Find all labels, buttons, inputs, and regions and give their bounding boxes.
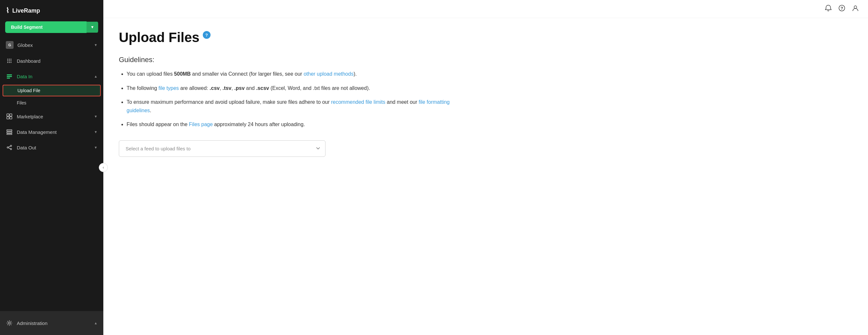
sidebar-item-marketplace[interactable]: Marketplace ▼ <box>0 109 103 124</box>
svg-point-21 <box>10 148 11 150</box>
globex-avatar: G <box>6 41 13 49</box>
help-icon[interactable]: ? <box>838 4 845 13</box>
svg-text:?: ? <box>841 6 843 11</box>
svg-line-22 <box>8 146 10 147</box>
svg-point-19 <box>7 147 8 148</box>
logo-icon: ⌇ <box>6 6 9 15</box>
sidebar-item-dashboard[interactable]: Dashboard <box>0 53 103 68</box>
sidebar-item-data-in-label: Data In <box>17 74 90 79</box>
sidebar-item-data-out-label: Data Out <box>17 145 90 150</box>
svg-point-24 <box>8 322 10 324</box>
svg-point-2 <box>11 59 11 60</box>
svg-point-7 <box>9 62 10 63</box>
guideline-types-bold-scsv: .scsv <box>256 85 269 91</box>
svg-point-0 <box>7 59 8 60</box>
guideline-types-bold-tsv: .tsv <box>222 85 231 91</box>
sidebar-item-globex[interactable]: G Globex ▼ <box>0 37 103 53</box>
guideline-types-bold-csv: .csv <box>210 85 220 91</box>
feed-select-container: Select a feed to upload files to <box>119 140 475 157</box>
svg-rect-9 <box>7 74 12 75</box>
user-icon[interactable] <box>852 4 859 13</box>
sidebar-item-marketplace-label: Marketplace <box>17 114 90 119</box>
guideline-types-link[interactable]: file types <box>159 85 179 91</box>
svg-point-20 <box>10 145 11 146</box>
feed-select[interactable]: Select a feed to upload files to <box>119 140 326 157</box>
guideline-size-link[interactable]: other upload methods <box>304 71 353 77</box>
data-management-icon <box>6 129 13 136</box>
svg-point-5 <box>11 60 11 61</box>
guidelines-list: You can upload files 500MB and smaller v… <box>119 70 475 129</box>
sidebar-header: ⌇ LiveRamp <box>0 0 103 21</box>
sidebar-footer: Administration ▲ <box>0 311 103 335</box>
marketplace-icon <box>6 113 13 120</box>
data-out-caret-icon: ▼ <box>94 145 97 149</box>
guideline-appear: Files should appear on the Files page ap… <box>127 120 475 129</box>
guideline-formatting-link[interactable]: file formatting guidelines <box>127 99 450 113</box>
svg-rect-11 <box>7 78 10 79</box>
sidebar-item-files-label: Files <box>17 100 27 105</box>
guideline-types: The following file types are allowed: .c… <box>127 84 475 92</box>
guideline-types-bold-psv: .psv <box>235 85 245 91</box>
sidebar-item-data-management-label: Data Management <box>17 129 90 135</box>
svg-rect-16 <box>7 130 12 131</box>
globex-caret-icon: ▼ <box>94 43 97 47</box>
sidebar-item-upload-file[interactable]: Upload File <box>3 85 101 96</box>
sidebar-item-administration[interactable]: Administration ▲ <box>6 316 97 330</box>
data-out-icon <box>6 144 13 151</box>
sidebar-item-data-in[interactable]: Data In ▲ <box>0 68 103 84</box>
sidebar-item-administration-label: Administration <box>17 320 90 326</box>
guideline-size: You can upload files 500MB and smaller v… <box>127 70 475 78</box>
marketplace-caret-icon: ▼ <box>94 114 97 118</box>
page-title: Upload Files <box>119 30 199 45</box>
administration-caret-icon: ▲ <box>94 321 97 325</box>
build-segment-dropdown-button[interactable]: ▼ <box>87 22 98 33</box>
build-segment-button-group: Build Segment ▼ <box>5 21 98 33</box>
data-in-caret-icon: ▲ <box>94 74 97 78</box>
sidebar-nav: G Globex ▼ Dashboard <box>0 37 103 311</box>
svg-point-1 <box>9 59 10 60</box>
svg-point-6 <box>7 62 8 63</box>
page-content: Upload Files ? Guidelines: You can uploa… <box>103 18 491 168</box>
data-in-icon <box>6 73 13 80</box>
sidebar-item-dashboard-label: Dashboard <box>17 58 97 64</box>
guideline-files-page-link[interactable]: Files page <box>189 121 213 127</box>
sidebar: ⌇ LiveRamp Build Segment ▼ G Globex ▼ <box>0 0 103 335</box>
dashboard-icon <box>6 57 13 64</box>
notifications-icon[interactable] <box>825 4 832 13</box>
sidebar-item-upload-file-label: Upload File <box>18 88 40 93</box>
svg-rect-17 <box>7 132 12 133</box>
data-management-caret-icon: ▼ <box>94 130 97 134</box>
guideline-recommended-limits-link[interactable]: recommended file limits <box>331 99 385 105</box>
svg-rect-18 <box>7 134 12 135</box>
page-title-row: Upload Files ? <box>119 30 475 45</box>
guideline-performance: To ensure maximum performance and avoid … <box>127 98 475 114</box>
svg-rect-10 <box>7 76 12 77</box>
guideline-size-bold: 500MB <box>174 71 191 77</box>
top-bar: ? <box>103 0 868 18</box>
sidebar-collapse-button[interactable]: ‹ <box>99 163 108 172</box>
svg-line-23 <box>8 148 10 149</box>
svg-rect-15 <box>10 117 12 119</box>
svg-point-27 <box>854 6 857 8</box>
svg-rect-14 <box>7 117 9 119</box>
svg-point-8 <box>11 62 11 63</box>
logo-text: LiveRamp <box>12 7 40 14</box>
page-help-badge[interactable]: ? <box>203 31 211 39</box>
sidebar-item-data-out[interactable]: Data Out ▼ <box>0 140 103 155</box>
guidelines-heading: Guidelines: <box>119 56 475 64</box>
svg-point-3 <box>7 60 8 61</box>
svg-point-4 <box>9 60 10 61</box>
sidebar-item-files[interactable]: Files <box>0 97 103 109</box>
administration-icon <box>6 319 13 327</box>
main-content: ? Upload Files ? Guidelines: You can upl… <box>103 0 868 335</box>
sidebar-item-globex-label: Globex <box>18 43 90 48</box>
svg-rect-12 <box>7 114 9 116</box>
sidebar-item-data-management[interactable]: Data Management ▼ <box>0 124 103 140</box>
build-segment-button[interactable]: Build Segment <box>5 21 87 33</box>
svg-rect-13 <box>10 114 12 116</box>
